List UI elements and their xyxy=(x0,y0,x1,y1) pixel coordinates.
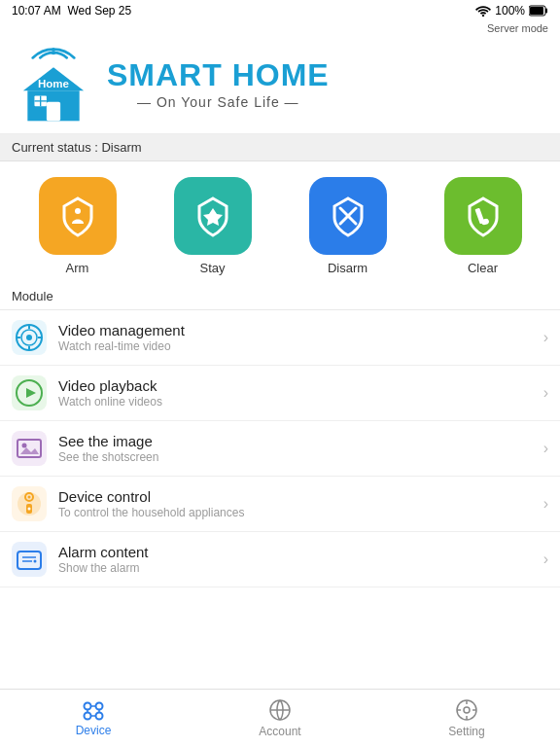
module-item-video-management[interactable]: Video management Watch real-time video › xyxy=(0,310,560,366)
video-playback-icon xyxy=(16,379,43,407)
svg-marker-26 xyxy=(26,388,36,398)
app-logo: Home xyxy=(10,46,97,124)
tab-device[interactable]: Device xyxy=(0,699,187,737)
svg-point-32 xyxy=(28,496,31,499)
tab-setting[interactable]: Setting xyxy=(373,698,560,738)
alarm-content-icon xyxy=(16,546,43,573)
clear-label: Clear xyxy=(468,261,498,275)
status-bar: 10:07 AM Wed Sep 25 100% xyxy=(0,0,560,21)
alarm-content-chevron: › xyxy=(543,551,548,568)
tab-account[interactable]: Account xyxy=(187,698,373,738)
app-tagline: — On Your Safe Life — xyxy=(107,94,330,110)
svg-rect-3 xyxy=(530,7,543,15)
see-image-title: See the image xyxy=(58,433,543,449)
disarm-icon xyxy=(325,193,371,239)
svg-point-40 xyxy=(96,703,103,710)
svg-rect-7 xyxy=(47,102,60,122)
svg-point-39 xyxy=(85,703,91,710)
module-item-device-control[interactable]: Device control To control the household … xyxy=(0,477,560,532)
device-control-text: Device control To control the household … xyxy=(58,488,543,519)
module-section-header: Module xyxy=(0,283,560,310)
battery-level: 100% xyxy=(495,4,525,18)
arm-icon xyxy=(54,193,101,239)
stay-label: Stay xyxy=(199,261,225,275)
arm-button[interactable]: Arm xyxy=(39,177,117,275)
battery-icon xyxy=(529,5,548,17)
video-playback-text: Video playback Watch online videos xyxy=(58,377,543,409)
clear-icon xyxy=(460,193,507,239)
setting-tab-icon xyxy=(455,698,478,722)
svg-point-12 xyxy=(75,208,81,214)
svg-point-50 xyxy=(464,707,470,713)
video-management-title: Video management xyxy=(58,322,543,338)
svg-point-34 xyxy=(28,508,31,511)
svg-point-4 xyxy=(52,51,55,54)
see-image-chevron: › xyxy=(543,440,548,457)
setting-tab-label: Setting xyxy=(448,725,484,738)
video-management-icon xyxy=(16,324,43,351)
account-tab-label: Account xyxy=(259,725,300,738)
tab-bar: Device Account Setting xyxy=(0,689,560,747)
current-status-banner: Current status : Disarm xyxy=(0,134,560,161)
svg-text:Home: Home xyxy=(38,78,70,89)
alarm-content-subtitle: Show the alarm xyxy=(58,561,543,575)
device-control-chevron: › xyxy=(543,495,548,513)
video-management-subtitle: Watch real-time video xyxy=(58,339,543,353)
device-tab-label: Device xyxy=(76,724,112,737)
module-item-alarm-content[interactable]: Alarm content Show the alarm › xyxy=(0,532,560,587)
app-title: SMART HOME xyxy=(107,59,330,90)
video-playback-chevron: › xyxy=(543,384,548,402)
svg-point-42 xyxy=(96,713,103,720)
status-right: 100% xyxy=(475,4,548,18)
status-time: 10:07 AM Wed Sep 25 xyxy=(12,4,131,18)
svg-marker-13 xyxy=(203,208,223,226)
svg-point-28 xyxy=(22,444,27,448)
disarm-button[interactable]: Disarm xyxy=(309,177,387,275)
svg-point-20 xyxy=(26,335,32,340)
device-control-icon xyxy=(16,490,43,517)
see-image-subtitle: See the shotscreen xyxy=(58,450,543,464)
video-playback-subtitle: Watch online videos xyxy=(58,395,543,409)
wifi-icon xyxy=(475,5,491,17)
alarm-content-title: Alarm content xyxy=(58,544,543,560)
device-tab-icon xyxy=(81,699,106,721)
logo-text-block: SMART HOME — On Your Safe Life — xyxy=(107,59,330,110)
module-list: Video management Watch real-time video ›… xyxy=(0,310,560,587)
svg-point-0 xyxy=(482,15,484,17)
clear-button[interactable]: Clear xyxy=(444,177,522,275)
video-management-text: Video management Watch real-time video xyxy=(58,322,543,353)
stay-button[interactable]: Stay xyxy=(174,177,252,275)
svg-point-41 xyxy=(85,713,91,720)
module-item-see-image[interactable]: See the image See the shotscreen › xyxy=(0,421,560,477)
stay-icon xyxy=(190,193,236,239)
see-image-text: See the image See the shotscreen xyxy=(58,433,543,464)
svg-point-38 xyxy=(34,560,37,563)
device-control-title: Device control xyxy=(58,488,543,505)
alarm-content-text: Alarm content Show the alarm xyxy=(58,544,543,575)
svg-rect-27 xyxy=(18,440,41,457)
app-header: Home SMART HOME — On Your Safe Life — xyxy=(0,36,560,134)
video-management-chevron: › xyxy=(543,329,548,346)
video-playback-title: Video playback xyxy=(58,377,543,394)
security-buttons-row: Arm Stay Disarm xyxy=(0,161,560,283)
account-tab-icon xyxy=(268,698,292,722)
svg-rect-2 xyxy=(545,9,547,14)
arm-label: Arm xyxy=(66,261,89,275)
svg-rect-35 xyxy=(18,551,41,569)
server-mode-bar: Server mode xyxy=(0,21,560,36)
device-control-subtitle: To control the household appliances xyxy=(58,506,543,519)
disarm-label: Disarm xyxy=(328,261,368,275)
see-image-icon xyxy=(16,435,43,462)
svg-marker-29 xyxy=(20,447,39,454)
module-item-video-playback[interactable]: Video playback Watch online videos › xyxy=(0,366,560,421)
